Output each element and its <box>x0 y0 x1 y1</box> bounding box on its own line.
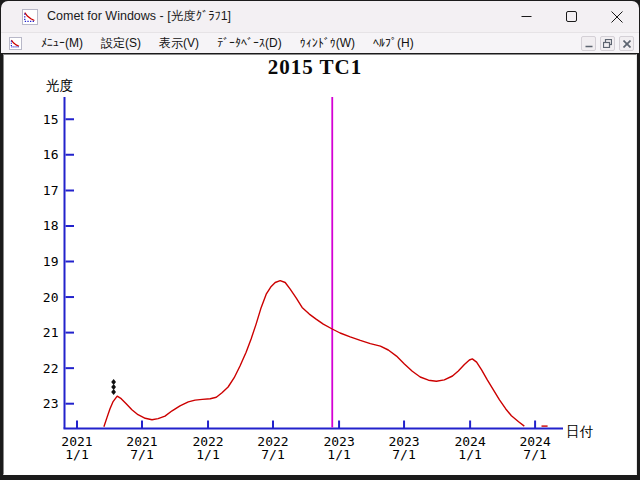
y-tick-label: 15 <box>43 112 59 127</box>
x-tick-label-date: 1/1 <box>196 447 219 462</box>
y-tick-label: 21 <box>43 325 59 340</box>
x-tick-label-date: 1/1 <box>327 447 350 462</box>
x-tick-label-date: 1/1 <box>458 447 481 462</box>
y-tick-label: 23 <box>43 396 59 411</box>
y-tick-label: 18 <box>43 218 59 233</box>
light-curve-plot: 15161718192021222320211/120217/120221/12… <box>0 0 640 480</box>
y-tick-label: 17 <box>43 183 59 198</box>
x-tick-label-date: 7/1 <box>392 447 415 462</box>
observation-point <box>111 389 116 395</box>
x-tick-label-date: 7/1 <box>523 447 546 462</box>
y-tick-label: 22 <box>43 361 59 376</box>
y-tick-label: 16 <box>43 147 59 162</box>
x-tick-label-date: 1/1 <box>65 447 88 462</box>
y-tick-label: 20 <box>43 290 59 305</box>
app-window: Comet for Windows - [光度ｸﾞﾗﾌ1] <box>0 0 640 480</box>
predicted-light-curve <box>104 281 524 427</box>
x-tick-label-date: 7/1 <box>261 447 284 462</box>
x-tick-label-date: 7/1 <box>130 447 153 462</box>
y-tick-label: 19 <box>43 254 59 269</box>
